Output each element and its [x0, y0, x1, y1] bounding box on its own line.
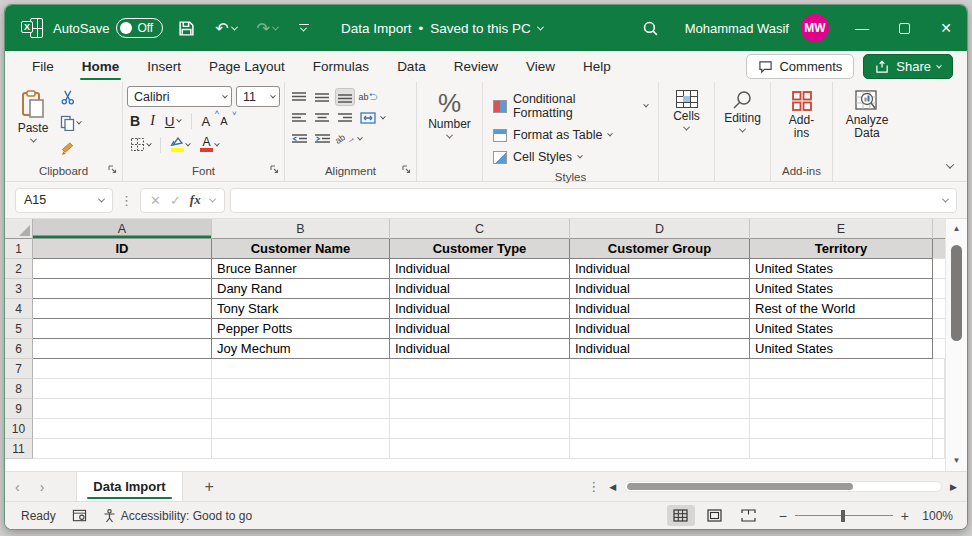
tab-review[interactable]: Review — [441, 53, 511, 81]
cell-D10[interactable] — [570, 419, 750, 439]
cell-B11[interactable] — [212, 439, 390, 459]
number-format-button[interactable]: % Number — [421, 86, 478, 143]
scroll-right-icon[interactable]: ▶ — [950, 482, 957, 492]
zoom-out-button[interactable]: − — [779, 508, 787, 524]
cancel-button[interactable]: ✕ — [150, 193, 161, 208]
vertical-scrollbar[interactable]: ▲ ▼ — [945, 219, 967, 471]
select-all-button[interactable] — [5, 219, 33, 239]
cell-C7[interactable] — [390, 359, 570, 379]
cut-button[interactable] — [57, 88, 84, 107]
bold-button[interactable]: B — [127, 111, 143, 131]
decrease-indent-button[interactable] — [289, 130, 309, 148]
cell-A1[interactable]: ID — [33, 239, 212, 259]
cell-E4[interactable]: Rest of the World — [750, 299, 933, 319]
scroll-down-icon[interactable]: ▼ — [946, 451, 967, 469]
next-sheet-button[interactable]: › — [30, 479, 55, 495]
cell-E8[interactable] — [750, 379, 933, 399]
previous-sheet-button[interactable]: ‹ — [5, 479, 30, 495]
undo-button[interactable]: ↶ — [210, 15, 241, 42]
paste-button[interactable]: Paste — [9, 86, 57, 147]
normal-view-button[interactable] — [667, 505, 695, 526]
conditional-formatting-button[interactable]: Conditional Formatting — [489, 89, 652, 123]
borders-button[interactable] — [127, 135, 154, 154]
search-button[interactable] — [616, 20, 685, 37]
redo-button[interactable]: ↷ — [252, 15, 283, 42]
cell-E6[interactable]: United States — [750, 339, 933, 359]
fill-color-button[interactable] — [167, 135, 193, 154]
row-number-4[interactable]: 4 — [5, 299, 33, 319]
cells-button[interactable]: Cells — [663, 86, 711, 135]
cell-C3[interactable]: Individual — [390, 279, 570, 299]
cell-A5[interactable] — [33, 319, 212, 339]
autosave-control[interactable]: AutoSave Off — [53, 18, 163, 38]
zoom-slider-thumb[interactable] — [841, 510, 845, 522]
cell-E11[interactable] — [750, 439, 933, 459]
cell-E2[interactable]: United States — [750, 259, 933, 279]
cell-B6[interactable]: Joy Mechum — [212, 339, 390, 359]
cell-B8[interactable] — [212, 379, 390, 399]
cell-A4[interactable] — [33, 299, 212, 319]
row-number-9[interactable]: 9 — [5, 399, 33, 419]
quick-access-toolbar-button[interactable] — [293, 24, 315, 32]
user-name[interactable]: Mohammad Wasif — [685, 21, 789, 36]
italic-button[interactable]: I — [147, 111, 158, 131]
cell-C8[interactable] — [390, 379, 570, 399]
horizontal-scroll-thumb[interactable] — [627, 483, 853, 490]
row-number-1[interactable]: 1 — [5, 239, 33, 259]
cell-D2[interactable]: Individual — [570, 259, 750, 279]
cell-E3[interactable]: United States — [750, 279, 933, 299]
insert-function-button[interactable]: fx — [190, 192, 201, 208]
underline-button[interactable]: U — [162, 112, 184, 131]
cell-C11[interactable] — [390, 439, 570, 459]
format-as-table-button[interactable]: Format as Table — [489, 125, 652, 145]
cell-A6[interactable] — [33, 339, 212, 359]
cell-E9[interactable] — [750, 399, 933, 419]
row-number-11[interactable]: 11 — [5, 439, 33, 459]
cell-D5[interactable]: Individual — [570, 319, 750, 339]
sheet-tab-data-import[interactable]: Data Import — [76, 472, 182, 501]
cell-C10[interactable] — [390, 419, 570, 439]
cell-E5[interactable]: United States — [750, 319, 933, 339]
orientation-button[interactable]: ab→ — [335, 130, 355, 148]
excel-app-icon[interactable]: X — [21, 18, 43, 38]
cell-A9[interactable] — [33, 399, 212, 419]
addins-button[interactable]: Add-ins — [775, 86, 828, 144]
formula-input[interactable] — [230, 188, 957, 213]
scroll-left-icon[interactable]: ◀ — [609, 482, 616, 492]
tab-data[interactable]: Data — [384, 53, 439, 81]
macro-record-button[interactable] — [72, 509, 87, 523]
document-title-button[interactable]: Data Import • Saved to this PC — [341, 21, 543, 36]
clipboard-dialog-launcher[interactable] — [107, 163, 117, 178]
cell-E7[interactable] — [750, 359, 933, 379]
cell-A10[interactable] — [33, 419, 212, 439]
cell-B1[interactable]: Customer Name — [212, 239, 390, 259]
align-right-button[interactable] — [335, 109, 355, 127]
tab-insert[interactable]: Insert — [134, 53, 194, 81]
cell-A3[interactable] — [33, 279, 212, 299]
cell-C5[interactable]: Individual — [390, 319, 570, 339]
row-number-3[interactable]: 3 — [5, 279, 33, 299]
copy-button[interactable] — [57, 113, 84, 133]
cell-B7[interactable] — [212, 359, 390, 379]
row-number-8[interactable]: 8 — [5, 379, 33, 399]
tab-file[interactable]: File — [19, 53, 67, 81]
tab-home[interactable]: Home — [69, 53, 133, 81]
tab-page-layout[interactable]: Page Layout — [196, 53, 298, 81]
row-number-2[interactable]: 2 — [5, 259, 33, 279]
row-number-10[interactable]: 10 — [5, 419, 33, 439]
cell-B9[interactable] — [212, 399, 390, 419]
cell-D8[interactable] — [570, 379, 750, 399]
row-number-6[interactable]: 6 — [5, 339, 33, 359]
cell-D7[interactable] — [570, 359, 750, 379]
cell-B2[interactable]: Bruce Banner — [212, 259, 390, 279]
bottom-align-button[interactable] — [335, 88, 355, 106]
page-break-preview-button[interactable] — [735, 505, 763, 526]
formula-bar-expand-chevron[interactable] — [942, 195, 949, 202]
comments-button[interactable]: Comments — [746, 54, 854, 79]
avatar[interactable]: MW — [801, 14, 829, 42]
column-header-E[interactable]: E — [750, 219, 933, 239]
column-header-C[interactable]: C — [390, 219, 570, 239]
tab-formulas[interactable]: Formulas — [300, 53, 382, 81]
middle-align-button[interactable] — [312, 88, 332, 106]
cell-B5[interactable]: Pepper Potts — [212, 319, 390, 339]
